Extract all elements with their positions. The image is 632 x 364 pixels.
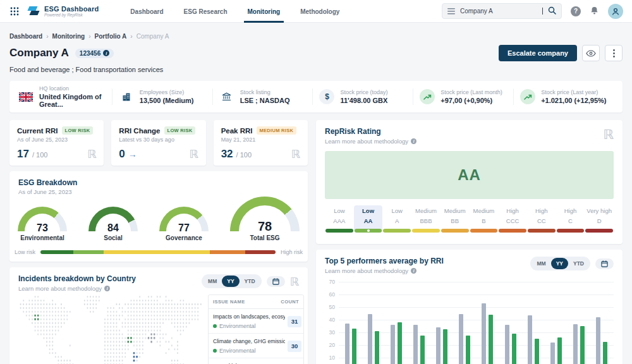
top5-calendar-icon[interactable] [595,258,614,269]
rating-grade: AA [354,217,383,224]
y-axis-tick: 40 [322,317,335,323]
info-value: United Kingdom of Great... [39,93,112,108]
rri-denominator: / 100 [32,151,47,159]
trend-icon [420,89,435,104]
esg-gauges: 73Environmental84Social77Governance78Tot… [9,197,308,241]
rating-grade: BBB [411,217,441,224]
toggle-ytd[interactable]: YTD [240,276,260,287]
bar-green [398,322,402,364]
rri-card-title: RRI Change [119,127,160,135]
search-box[interactable]: Company A [442,3,562,19]
rating-methodology-link[interactable]: Learn more about methodologyi [325,138,416,145]
rating-tier: High [556,207,585,214]
top5-methodology-link[interactable]: Learn more about methodologyi [325,267,444,274]
issue-row[interactable]: Impacts on landscapes, ecosystems an...E… [209,309,303,334]
rating-title: RepRisk Rating [325,127,416,136]
search-icon[interactable] [548,6,556,17]
nav-item-monitoring[interactable]: Monitoring [238,0,291,23]
y-axis-tick: 30 [322,329,335,336]
bar-groups [341,282,611,364]
more-options-kebab-button[interactable] [605,45,623,61]
gauge-environmental: 73Environmental [18,207,67,241]
bar-green [580,326,585,364]
reprisk-watermark-icon: ℝ [603,127,614,142]
high-risk-label: High risk [281,249,303,255]
reprisk-watermark-icon: ℝ [290,275,299,288]
info-icon[interactable]: i [103,50,109,56]
bar-gray [391,325,395,364]
rri-value: 17 [17,148,29,161]
toggle-yy[interactable]: YY [222,276,239,287]
world-dot-map [16,294,203,364]
info-icon: i [411,268,416,274]
company-id-badge[interactable]: 123456 i [75,49,114,58]
nav-item-dashboard[interactable]: Dashboard [120,0,173,23]
peak-rri-card: Peak RRIMEDIUM RISKMay 21, 202132/ 100ℝ [214,120,308,166]
rating-grade: B [470,217,499,224]
rating-color-segment [325,229,353,233]
menu-icon[interactable] [447,6,455,17]
bar-group [368,314,379,364]
toggle-mm[interactable]: MM [532,258,550,269]
category-label: Environmental [219,348,256,354]
issue-category: Environmental [213,348,285,354]
category-dot [213,324,217,328]
gradient-segment [73,250,104,254]
bar-green [489,315,493,364]
rating-tier: Very high [585,207,614,214]
info-value: +97,00 (+0,90%) [441,97,502,104]
incidents-calendar-icon[interactable] [267,276,285,287]
rating-tier: Low [382,207,411,214]
breadcrumb-item-dashboard[interactable]: Dashboard [9,33,42,40]
gauge-label: Environmental [20,234,64,241]
bar-group [413,325,425,364]
rating-tier: Medium [441,207,470,214]
bar-group [459,314,470,364]
help-icon[interactable]: ? [571,6,581,16]
rating-tier: Medium [411,207,441,214]
issue-row[interactable]: Climate change, GHG emissions, and gl...… [209,334,303,358]
dollar-icon: $ [319,89,334,104]
app-launcher-icon[interactable] [9,6,20,17]
notifications-bell-icon[interactable] [590,6,599,17]
brand-title: ESG Dashboard [44,5,99,13]
reprisk-watermark-icon: ℝ [291,147,300,161]
user-avatar[interactable] [608,4,623,19]
rri-cards-row: Current RRILOW RISKAs of June 25, 202317… [9,120,308,166]
risk-level-badge: LOW RISK [62,126,94,135]
rating-b: MediumB [470,205,499,233]
brand-logo[interactable]: ESG Dashboard Powered by RepRisk [27,5,99,17]
building-icon [119,92,134,101]
breadcrumb-item-monitoring[interactable]: Monitoring [52,33,85,40]
watch-eye-button[interactable] [582,45,600,61]
rri-change-card: RRI ChangeLOW RISKLatest vs 30 days ago0… [111,120,205,166]
breadcrumb-item-company-a: Company A [137,33,169,40]
current-rating-box: AA [325,151,614,199]
app-root: ESG Dashboard Powered by RepRisk Dashboa… [0,0,632,364]
incidents-methodology-link[interactable]: Learn more about methodologyi [18,285,136,292]
issue-row[interactable]: Forced laborSocial27 [209,358,303,364]
toggle-mm[interactable]: MM [203,276,222,287]
nav-item-esg-research[interactable]: ESG Research [174,0,238,23]
toggle-yy[interactable]: YY [551,258,568,269]
breadcrumb-item-portfolio-a[interactable]: Portfolio A [95,33,127,40]
bank-icon [219,92,234,101]
info-icon: i [104,286,110,291]
reprisk-watermark-icon: ℝ [87,147,96,161]
toggle-ytd[interactable]: YTD [568,258,589,269]
rating-grade: C [556,217,585,224]
esg-breakdown-title: ESG Breakdown [18,178,77,187]
current-rri-card: Current RRILOW RISKAs of June 25, 202317… [9,120,104,166]
info-item-stock-price-last-year-: Stock price (Last year)+1.021,00 (+12,95… [514,89,614,104]
issue-category: Environmental [213,323,285,329]
text-cursor [542,8,543,15]
escalate-company-button[interactable]: Escalate company [499,45,577,61]
nav-item-methodology[interactable]: Methodology [290,0,349,23]
rating-aa: LowAA [354,205,383,233]
rating-color-segment [470,229,498,233]
top5-title: Top 5 performers average by RRI [325,257,444,265]
rating-color-segment [557,229,585,233]
search-input[interactable]: Company A [460,8,541,15]
flag-uk-icon [18,92,33,102]
incidents-title: Incidents breakdown by Country [18,274,136,283]
